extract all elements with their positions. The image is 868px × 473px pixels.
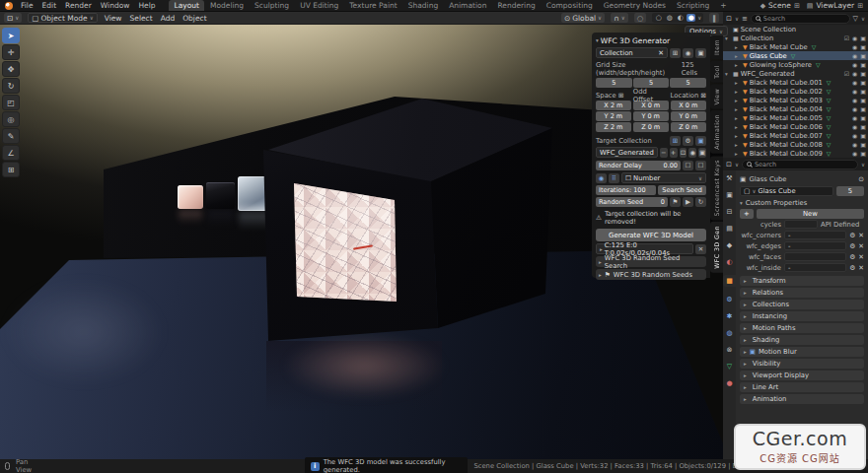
camera-icon[interactable]: ▣ <box>860 70 866 77</box>
axis-field[interactable]: Y 2 m <box>596 111 631 121</box>
camera-icon[interactable]: ▣ <box>860 34 866 41</box>
property-value-field[interactable] <box>784 252 846 261</box>
disclosure-icon[interactable]: ▸ <box>735 133 741 139</box>
eye-icon[interactable]: ◉ <box>852 43 857 50</box>
outliner-row[interactable]: ▸ ▼ Black Metal Cube.005 ▽ ◉▣ <box>723 113 868 122</box>
outliner-row[interactable]: ▾ ▦ WFC_Generated ☑◉▣ <box>723 69 868 78</box>
blender-logo-icon[interactable] <box>5 2 13 10</box>
camera-icon[interactable]: ▣ <box>698 148 706 158</box>
disclosure-icon[interactable]: ▸ <box>735 53 741 59</box>
grid-size-field[interactable]: 5 <box>633 78 670 88</box>
exclude-checkbox[interactable]: ☑ <box>844 70 849 77</box>
outliner-row[interactable]: ▸ ▼ Black Metal Cube ▽ ◉▣ <box>723 42 868 51</box>
workspace-tab[interactable]: Geometry Nodes <box>599 0 671 11</box>
tab-material[interactable]: ● <box>723 379 736 387</box>
subpanel-random-seeds[interactable]: ▸⚑WFC 3D Random Seeds <box>596 269 706 280</box>
refresh-icon[interactable]: ↻ <box>695 197 706 207</box>
eye-icon[interactable]: ◉ <box>852 97 857 103</box>
close-icon[interactable]: ✕ <box>858 264 864 272</box>
shading-material-button[interactable]: ◐ <box>676 14 685 22</box>
outliner-search-input[interactable]: Search <box>751 14 850 24</box>
filter-icon[interactable]: ▽ <box>853 15 858 23</box>
new-viewlayer-button[interactable]: ⊞ <box>857 2 863 10</box>
eye-icon[interactable]: ◉ <box>852 34 857 41</box>
eye-icon[interactable]: ◉ <box>852 88 857 95</box>
tool-cursor-button[interactable]: ✛ <box>2 44 20 60</box>
property-value-field[interactable]: - <box>784 231 846 239</box>
eye-icon[interactable]: ◉ <box>852 105 857 112</box>
tool-add-cube-button[interactable]: ⊞ <box>2 162 20 177</box>
disclosure-icon[interactable]: ▸ <box>735 89 741 95</box>
menu-item[interactable]: File <box>20 1 35 10</box>
bookmark-icon[interactable]: ⚑ <box>670 197 681 207</box>
axis-field[interactable]: Y 0 m <box>633 111 669 121</box>
camera-icon[interactable]: ▣ <box>860 105 866 112</box>
tab-object[interactable]: ■ <box>723 275 736 287</box>
tab-tool[interactable]: ⚒ <box>723 174 736 182</box>
tab-constraints[interactable]: ⊗ <box>723 346 736 354</box>
outliner-item-label[interactable]: Scene Collection <box>741 26 797 34</box>
outliner-item-label[interactable]: Black Metal Cube.007 <box>750 132 823 140</box>
viewport-menu-item[interactable]: Object <box>181 14 207 23</box>
new-scene-button[interactable]: ⊞ <box>794 2 800 10</box>
camera-icon[interactable]: ▣ <box>860 43 866 50</box>
outliner-row[interactable]: ▾ ▦ Collection ☑◉▣ <box>723 34 868 42</box>
outliner-item-label[interactable]: Black Metal Cube <box>750 43 808 51</box>
search-seed-button[interactable]: Search Seed <box>658 185 706 195</box>
eye-icon[interactable]: ◉ <box>688 148 696 158</box>
camera-icon[interactable]: ▣ <box>860 141 866 148</box>
eye-icon[interactable]: ◉ <box>852 150 857 157</box>
camera-icon[interactable]: ▣ <box>860 123 866 130</box>
close-icon[interactable]: ✕ <box>658 49 664 57</box>
disclosure-icon[interactable]: ▾ <box>725 71 731 77</box>
outliner-item-label[interactable]: WFC_Generated <box>741 70 795 78</box>
generate-button[interactable]: Generate WFC 3D Model <box>596 229 706 241</box>
minus-button[interactable]: − <box>660 148 668 158</box>
property-section-header[interactable]: ▸ Visibility <box>740 359 864 369</box>
tab-view-layer[interactable]: ▤ <box>723 225 736 233</box>
property-value-field[interactable] <box>784 220 818 229</box>
checkbox-icon[interactable]: ☐ <box>625 174 631 182</box>
outliner-row[interactable]: ▸ ▼ Black Metal Cube.004 ▽ ◉▣ <box>723 104 868 113</box>
scene-selector[interactable]: ◆ Scene ⊞ <box>760 1 800 10</box>
tab-scene[interactable]: ◆ <box>723 241 736 249</box>
camera-icon[interactable]: ▣ <box>860 88 866 95</box>
disclosure-icon[interactable]: ▸ <box>735 44 741 50</box>
render-icon[interactable]: ◉ <box>596 173 607 183</box>
close-icon[interactable]: ✕ <box>695 244 706 254</box>
camera-icon[interactable]: ▣ <box>695 48 706 58</box>
tool-transform-button[interactable]: ◎ <box>2 111 20 127</box>
display-mode-icon[interactable]: ≡ <box>742 15 748 23</box>
random-seed-slider[interactable]: Random Seed0 <box>596 197 668 207</box>
tab-particles[interactable]: ✱ <box>723 312 736 320</box>
mode-dropdown[interactable]: ▢Object Mode∨ <box>28 13 97 23</box>
collection-field[interactable]: Collection✕ <box>596 47 668 58</box>
sidebar-tab[interactable]: WFC 3D Gen <box>710 222 723 273</box>
sidebar-tab[interactable]: View <box>710 85 723 109</box>
viewport-menu-item[interactable]: Select <box>129 14 154 23</box>
workspace-tab[interactable]: Compositing <box>542 0 598 11</box>
outliner-row[interactable]: ▸ ▼ Black Metal Cube.001 ▽ ◉▣ <box>723 78 868 87</box>
pin-icon[interactable]: ⊙ <box>858 175 864 183</box>
animate-button[interactable]: ☐ <box>695 161 706 170</box>
camera-icon[interactable]: ▣ <box>860 132 866 139</box>
axis-field[interactable]: Z 2 m <box>596 122 631 132</box>
outliner-row[interactable]: ▸ ▼ Black Metal Cube.003 ▽ ◉▣ <box>723 96 868 104</box>
property-section-header[interactable]: ▸ ▣ Motion Blur <box>740 347 864 357</box>
eye-icon[interactable]: ◉ <box>852 52 857 59</box>
disclosure-icon[interactable]: ▸ <box>735 80 741 86</box>
property-section-header[interactable]: ▸ Instancing <box>740 311 864 321</box>
outliner-item-label[interactable]: Black Metal Cube.005 <box>750 114 823 122</box>
disclosure-icon[interactable]: ▸ <box>735 124 741 130</box>
eye-icon[interactable]: ◉ <box>852 123 857 130</box>
sidebar-tab[interactable]: Item <box>710 35 723 59</box>
disclosure-icon[interactable]: ▸ <box>735 106 741 112</box>
property-section-header[interactable]: ▸ Viewport Display <box>740 371 864 380</box>
outliner-row[interactable]: ▸ ▼ Black Metal Cube.009 ▽ ◉▣ <box>723 149 868 158</box>
plus-button[interactable]: + <box>670 148 678 158</box>
viewlayer-selector[interactable]: ▤ ViewLayer ⊞ <box>807 1 863 10</box>
outliner-item-label[interactable]: Black Metal Cube.001 <box>750 79 823 87</box>
number-dropdown[interactable]: ☐Number∨ <box>621 172 706 183</box>
disclosure-icon[interactable]: ▸ <box>735 62 741 68</box>
tab-world[interactable]: ◐ <box>723 258 736 266</box>
